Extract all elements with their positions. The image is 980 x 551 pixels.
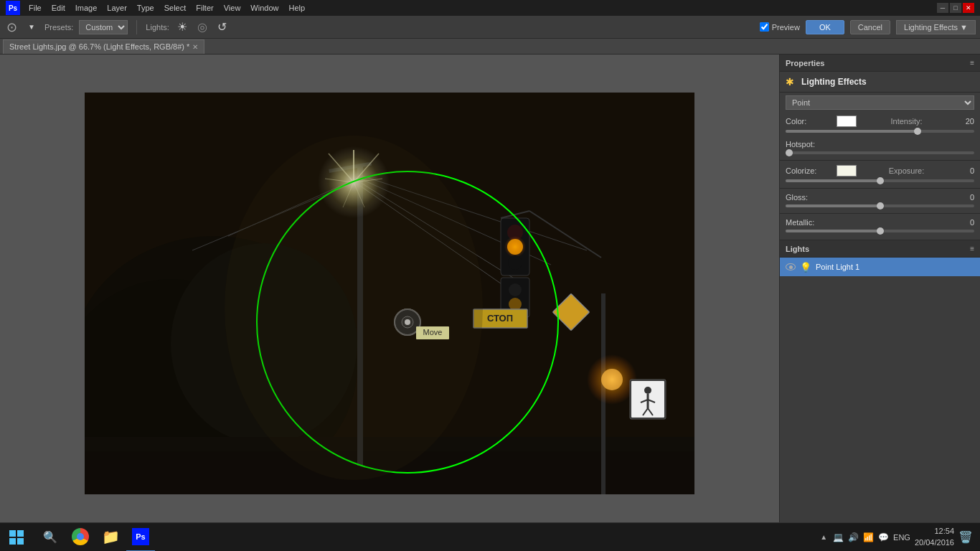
exposure-slider-track[interactable] bbox=[786, 179, 974, 182]
canvas-area[interactable]: СТОП bbox=[0, 55, 779, 532]
title-bar: Ps File Edit Image Layer Type Select Fil… bbox=[0, 0, 980, 16]
exposure-slider-thumb[interactable] bbox=[877, 177, 884, 184]
scene-svg: СТОП bbox=[85, 93, 694, 494]
intensity-slider-bar bbox=[786, 130, 918, 133]
tab-close-button[interactable]: ✕ bbox=[192, 43, 198, 51]
color-swatch[interactable] bbox=[837, 116, 857, 127]
toolbar-right: Preview OK Cancel Lighting Effects ▼ bbox=[760, 20, 976, 34]
hotspot-slider-track[interactable] bbox=[786, 151, 974, 154]
win-logo-sq2 bbox=[17, 530, 24, 537]
gloss-slider-track[interactable] bbox=[786, 204, 974, 207]
light-name: Point Light 1 bbox=[816, 263, 859, 271]
main-area: СТОП bbox=[0, 55, 980, 532]
hotspot-slider-thumb[interactable] bbox=[786, 149, 793, 156]
separator-1 bbox=[136, 20, 137, 34]
presets-select[interactable]: Custom bbox=[79, 20, 128, 34]
light-spot-icon[interactable]: ☀ bbox=[175, 20, 189, 34]
toolbar: ⊙ ▼ Presets: Custom Lights: ☀ ◎ ↺ Previe… bbox=[0, 16, 980, 39]
taskbar-ps-icon: Ps bbox=[132, 528, 149, 545]
canvas-container: СТОП bbox=[85, 93, 694, 494]
light-list-item-1[interactable]: 💡 Point Light 1 bbox=[780, 258, 980, 276]
lighting-effects-dropdown[interactable]: Lighting Effects ▼ bbox=[896, 20, 976, 34]
menu-select[interactable]: Select bbox=[160, 2, 191, 14]
chrome-icon bbox=[72, 528, 89, 545]
preview-checkbox[interactable] bbox=[760, 22, 769, 32]
taskbar-search-icon[interactable]: 🔍 bbox=[36, 523, 65, 552]
colorize-label: Colorize: bbox=[786, 166, 832, 175]
properties-expand-icon[interactable]: ≡ bbox=[970, 59, 974, 67]
intensity-slider-track[interactable] bbox=[786, 130, 974, 133]
tray-arrow[interactable]: ▲ bbox=[819, 532, 829, 542]
metallic-row: Metallic: 0 bbox=[780, 215, 980, 228]
light-eye-inner bbox=[789, 265, 793, 269]
gloss-slider-row bbox=[780, 203, 980, 212]
taskbar-chrome-app[interactable] bbox=[66, 523, 95, 552]
preset-arrow[interactable]: ▼ bbox=[24, 20, 39, 34]
metallic-slider-row bbox=[780, 228, 980, 237]
properties-panel-title: Properties bbox=[786, 59, 824, 67]
menu-layer[interactable]: Layer bbox=[103, 2, 131, 14]
intensity-slider-thumb[interactable] bbox=[914, 128, 921, 135]
svg-point-26 bbox=[508, 255, 522, 270]
clock-date: 20/04/2016 bbox=[915, 537, 954, 548]
light-type-select[interactable]: Point bbox=[786, 95, 974, 110]
taskbar-explorer-app[interactable]: 📁 bbox=[96, 523, 125, 552]
light-type-row: Point bbox=[780, 93, 980, 113]
minimize-button[interactable]: ─ bbox=[937, 3, 948, 13]
colorize-exposure-row: Colorize: Exposure: 0 bbox=[780, 162, 980, 178]
light-infinite-icon[interactable]: ↺ bbox=[215, 20, 230, 34]
exposure-slider-row bbox=[780, 178, 980, 187]
tray-lang: ENG bbox=[893, 533, 910, 542]
ok-button[interactable]: OK bbox=[806, 20, 844, 34]
divider-1 bbox=[780, 160, 980, 161]
light-point-icon[interactable]: ◎ bbox=[195, 20, 209, 34]
menu-edit[interactable]: Edit bbox=[47, 2, 70, 14]
metallic-slider-bar bbox=[786, 230, 880, 232]
menu-filter[interactable]: Filter bbox=[192, 2, 217, 14]
svg-text:СТОП: СТОП bbox=[487, 313, 513, 324]
svg-point-53 bbox=[225, 136, 483, 480]
light-visibility-icon[interactable] bbox=[786, 263, 796, 270]
win-logo-sq3 bbox=[9, 538, 16, 545]
system-tray: ▲ 💻 🔊 📶 💬 ENG bbox=[819, 532, 910, 542]
metallic-slider-thumb[interactable] bbox=[877, 227, 884, 235]
menu-image[interactable]: Image bbox=[71, 2, 102, 14]
gloss-slider-thumb[interactable] bbox=[877, 202, 884, 209]
color-label: Color: bbox=[786, 117, 832, 126]
lights-expand-icon[interactable]: ≡ bbox=[970, 245, 974, 253]
metallic-slider-track[interactable] bbox=[786, 230, 974, 232]
gloss-row: Gloss: 0 bbox=[780, 190, 980, 203]
scene: СТОП bbox=[85, 93, 694, 494]
windows-logo bbox=[9, 530, 24, 545]
menu-window[interactable]: Window bbox=[246, 2, 283, 14]
taskbar-photoshop-app[interactable]: Ps bbox=[126, 523, 155, 552]
menu-file[interactable]: File bbox=[24, 2, 46, 14]
preview-label[interactable]: Preview bbox=[760, 22, 800, 32]
color-intensity-row: Color: Intensity: 20 bbox=[780, 113, 980, 128]
close-button[interactable]: ✕ bbox=[963, 3, 974, 13]
intensity-label: Intensity: bbox=[890, 117, 922, 126]
chrome-inner bbox=[77, 533, 84, 540]
maximize-button[interactable]: □ bbox=[950, 3, 961, 13]
lights-panel-title: Lights bbox=[786, 245, 809, 253]
tab-title: Street Lights.jpg @ 66.7% (Light Effects… bbox=[9, 42, 189, 51]
ps-logo: Ps bbox=[6, 1, 20, 15]
svg-point-28 bbox=[509, 283, 522, 296]
document-tab[interactable]: Street Lights.jpg @ 66.7% (Light Effects… bbox=[3, 39, 204, 54]
taskbar-right: ▲ 💻 🔊 📶 💬 ENG 12:54 20/04/2016 🗑️ bbox=[811, 526, 980, 548]
start-button[interactable] bbox=[0, 523, 33, 552]
lighting-effects-header: ✱ Lighting Effects bbox=[780, 72, 980, 93]
lights-panel: Lights ≡ 💡 Point Light 1 bbox=[780, 240, 980, 276]
taskbar-pinned-apps: 🔍 📁 Ps bbox=[33, 523, 158, 552]
menu-type[interactable]: Type bbox=[133, 2, 159, 14]
colorize-swatch[interactable] bbox=[837, 165, 857, 176]
system-clock[interactable]: 12:54 20/04/2016 bbox=[915, 526, 954, 548]
tray-volume-icon: 🔊 bbox=[848, 532, 859, 542]
menu-help[interactable]: Help bbox=[284, 2, 309, 14]
divider-3 bbox=[780, 213, 980, 214]
notifications-icon[interactable]: 🗑️ bbox=[958, 530, 973, 544]
menu-view[interactable]: View bbox=[220, 2, 245, 14]
cancel-button[interactable]: Cancel bbox=[850, 20, 890, 34]
lighting-effects-icon: ✱ bbox=[786, 76, 797, 88]
svg-point-25 bbox=[504, 236, 526, 258]
